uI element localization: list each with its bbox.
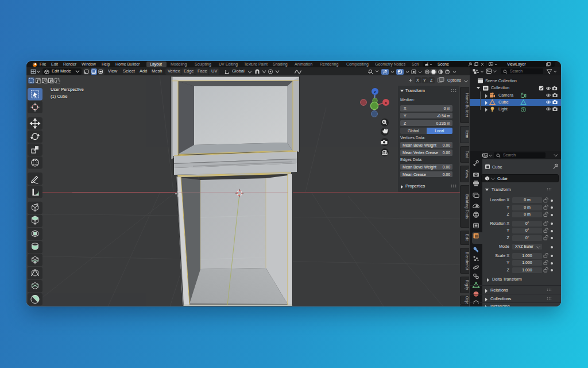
- svg-text:z: z: [374, 90, 376, 94]
- svg-text:x: x: [385, 101, 387, 105]
